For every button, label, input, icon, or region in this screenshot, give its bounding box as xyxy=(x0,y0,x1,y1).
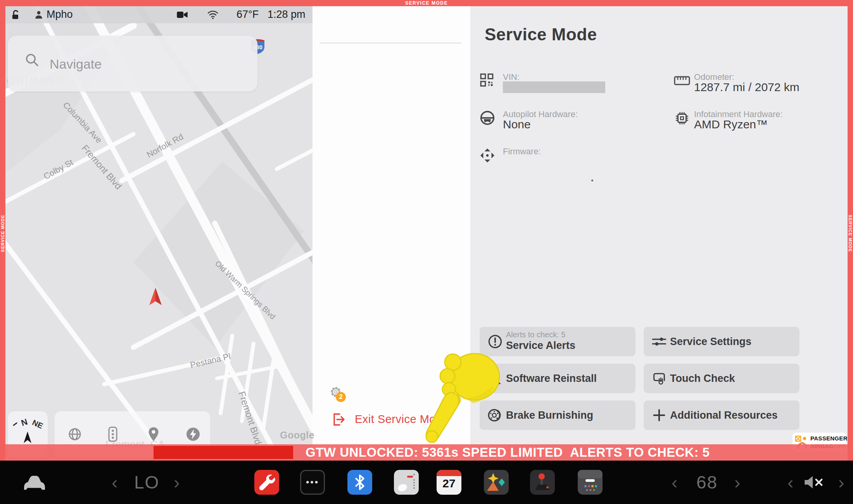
firmware-label: Firmware: xyxy=(503,147,541,157)
service-mode-banner-top: SERVICE MODE xyxy=(0,0,853,6)
clock: 1:28 pm xyxy=(268,9,306,21)
more-apps-icon[interactable]: ••• xyxy=(300,470,325,495)
gtw-unlocked-status: GTW UNLOCKED: 5361s xyxy=(306,444,459,461)
volume-down-chevron-icon[interactable]: ‹ xyxy=(787,472,793,492)
ruler-icon xyxy=(674,75,690,86)
charging-icon[interactable] xyxy=(186,427,200,442)
vehicle-location-arrow xyxy=(148,287,163,309)
more-dots: ••• xyxy=(306,477,319,488)
service-settings-label: Service Settings xyxy=(670,336,751,348)
location-pin-icon[interactable] xyxy=(148,426,159,442)
exit-service-mode-label: Exit Service Mode xyxy=(355,413,449,426)
additional-resources-button[interactable]: Additional Resources xyxy=(644,400,799,430)
plus-icon xyxy=(651,407,668,424)
gtw-progress-bar xyxy=(154,446,293,459)
tesla-touchscreen: GRIMMER Columbia Ave Fremont Blvd Norfol… xyxy=(0,0,853,504)
vin-value-redacted xyxy=(503,81,605,93)
chip-icon xyxy=(675,111,689,126)
autopilot-hardware-value: None xyxy=(503,118,531,131)
exit-service-mode-button[interactable]: Exit Service Mode xyxy=(313,409,470,430)
page-title: Service Mode xyxy=(485,25,597,44)
vin-label: VIN: xyxy=(503,72,520,82)
service-mode-banner-text-left: SERVICE MODE xyxy=(0,215,5,252)
unlocked-icon[interactable] xyxy=(10,10,21,22)
service-alert-bar: GTW UNLOCKED: 5361s SPEED LIMITED ALERTS… xyxy=(0,444,853,461)
dashcam-icon[interactable] xyxy=(176,10,188,21)
keyboard-app-icon[interactable] xyxy=(578,470,603,495)
alerts-to-check-status: ALERTS TO CHECK: 5 xyxy=(570,444,710,461)
traffic-light-icon[interactable] xyxy=(107,426,118,442)
calendar-day: 27 xyxy=(437,477,461,490)
odometer-value: 1287.7 mi / 2072 km xyxy=(694,81,799,94)
service-settings-button[interactable]: Service Settings xyxy=(644,327,799,356)
search-icon xyxy=(24,52,40,67)
theater-app-icon[interactable] xyxy=(484,470,509,495)
service-mode-banner-text-right: SERVICE MODE xyxy=(848,215,853,252)
sidebar-divider xyxy=(319,43,461,43)
qr-code-icon xyxy=(480,73,494,88)
touch-check-button[interactable]: Touch Check xyxy=(644,364,799,393)
search-input[interactable] xyxy=(49,53,237,75)
service-mode-banner-right: SERVICE MODE xyxy=(848,6,853,461)
download-icon xyxy=(487,370,504,387)
radio-app-icon[interactable] xyxy=(394,470,419,495)
service-mode-banner-text: SERVICE MODE xyxy=(405,0,448,6)
driver-temp-display[interactable]: LO xyxy=(134,471,159,493)
sliders-icon xyxy=(651,333,668,350)
software-reinstall-label: Software Reinstall xyxy=(506,373,597,385)
driver-profile-name[interactable]: Mpho xyxy=(47,9,73,21)
stray-dot xyxy=(591,180,593,181)
bluetooth-app-icon[interactable] xyxy=(347,470,372,495)
wifi-icon[interactable] xyxy=(207,9,219,21)
navigate-search-box[interactable] xyxy=(8,36,257,91)
outside-temperature: 67°F xyxy=(237,9,259,21)
firmware-icon xyxy=(480,148,495,163)
calendar-app-icon[interactable]: 27 xyxy=(437,470,461,495)
notification-badge: 2 xyxy=(336,392,346,402)
exit-icon xyxy=(330,412,347,427)
notification-count: 2 xyxy=(339,393,342,401)
autopilot-steering-icon xyxy=(480,110,495,126)
passenger-temp-display[interactable]: 68 xyxy=(696,471,718,493)
touch-check-label: Touch Check xyxy=(670,373,735,385)
touch-screen-icon xyxy=(651,370,668,387)
taskbar xyxy=(0,461,853,504)
globe-icon[interactable] xyxy=(68,427,82,441)
volume-muted-icon[interactable] xyxy=(803,474,826,492)
passenger-temp-up-chevron-icon[interactable]: › xyxy=(734,472,740,492)
service-alerts-button[interactable]: Alerts to check: 5 Service Alerts xyxy=(480,327,635,356)
speed-limited-status: SPEED LIMITED xyxy=(462,444,563,461)
service-alerts-label: Service Alerts xyxy=(506,340,575,352)
alert-circle-icon xyxy=(487,333,504,350)
brake-disc-icon xyxy=(487,407,504,424)
software-reinstall-button[interactable]: Software Reinstall xyxy=(480,364,635,393)
service-alerts-sublabel: Alerts to check: 5 xyxy=(506,330,565,339)
vehicle-controls-icon[interactable] xyxy=(21,471,48,494)
map-attribution: Google xyxy=(280,430,314,441)
driver-temp-up-chevron-icon[interactable]: › xyxy=(174,472,180,492)
driver-profile-icon[interactable] xyxy=(33,9,44,22)
airbag-line1: PASSENGER xyxy=(810,435,848,442)
driver-temp-down-chevron-icon[interactable]: ‹ xyxy=(112,472,117,492)
brake-burnishing-button[interactable]: Brake Burnishing xyxy=(480,400,635,430)
volume-up-chevron-icon[interactable]: › xyxy=(838,472,844,492)
infotainment-hardware-value: AMD Ryzen™ xyxy=(694,118,768,131)
additional-resources-label: Additional Resources xyxy=(670,409,778,421)
passenger-temp-down-chevron-icon[interactable]: ‹ xyxy=(672,472,677,492)
arcade-app-icon[interactable] xyxy=(530,470,555,495)
service-app-icon[interactable] xyxy=(254,470,279,495)
service-mode-banner-left: SERVICE MODE xyxy=(0,6,5,461)
brake-burnishing-label: Brake Burnishing xyxy=(506,409,593,421)
